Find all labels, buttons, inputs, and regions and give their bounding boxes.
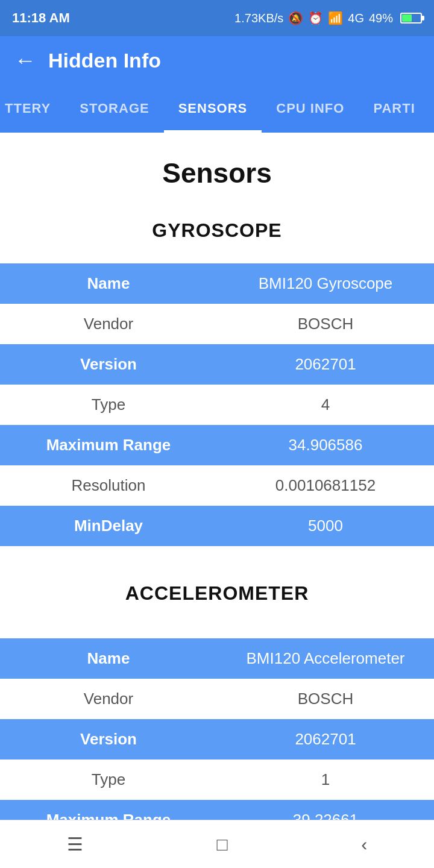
row-value: 2062701	[217, 719, 434, 760]
table-row: Type1	[0, 760, 434, 800]
table-row: Maximum Range34.906586	[0, 425, 434, 465]
main-content: Sensors GYROSCOPE NameBMI120 GyroscopeVe…	[0, 133, 434, 868]
row-value: 4	[217, 385, 434, 425]
row-label: Vendor	[0, 304, 217, 344]
status-icons: 1.73KB/s 🔕 ⏰ 📶 4G 49%	[234, 11, 422, 25]
row-label: Maximum Range	[0, 425, 217, 465]
row-label: Type	[0, 385, 217, 425]
row-label: Name	[0, 263, 217, 304]
table-row: VendorBOSCH	[0, 304, 434, 344]
table-row: Version2062701	[0, 344, 434, 385]
table-row: NameBMI120 Gyroscope	[0, 263, 434, 304]
row-value: 2062701	[217, 344, 434, 385]
nav-home-icon[interactable]: □	[216, 834, 227, 855]
table-row: Resolution0.0010681152	[0, 465, 434, 506]
table-row: NameBMI120 Accelerometer	[0, 638, 434, 679]
battery-percent: 49%	[369, 11, 393, 25]
nav-menu-icon[interactable]: ☰	[67, 834, 83, 855]
spacer-1	[0, 251, 434, 263]
section-title-accelerometer: ACCELEROMETER	[0, 570, 434, 614]
bottom-nav: ☰ □ ‹	[0, 820, 434, 868]
row-label: Type	[0, 760, 217, 800]
row-label: MinDelay	[0, 506, 217, 546]
row-label: Name	[0, 638, 217, 679]
spacer-2	[0, 546, 434, 570]
battery-icon	[400, 13, 422, 24]
row-value: 1	[217, 760, 434, 800]
nav-back-icon[interactable]: ‹	[361, 834, 367, 855]
status-bar: 11:18 AM 1.73KB/s 🔕 ⏰ 📶 4G 49%	[0, 0, 434, 36]
tab-storage[interactable]: STORAGE	[65, 84, 163, 133]
row-value: 0.0010681152	[217, 465, 434, 506]
network-speed: 1.73KB/s	[234, 11, 283, 25]
app-bar-title: Hidden Info	[48, 49, 161, 72]
alarm-icon: ⏰	[308, 11, 323, 25]
battery-fill	[402, 14, 412, 22]
row-value: BOSCH	[217, 304, 434, 344]
tab-cpu-info[interactable]: CPU INFO	[262, 84, 359, 133]
app-bar: ← Hidden Info	[0, 36, 434, 84]
spacer-3	[0, 614, 434, 638]
row-value: 5000	[217, 506, 434, 546]
row-value: BOSCH	[217, 679, 434, 719]
row-label: Version	[0, 344, 217, 385]
signal-icon: 📶	[328, 11, 343, 25]
row-label: Version	[0, 719, 217, 760]
tab-partitions[interactable]: PARTI	[359, 84, 429, 133]
table-row: VendorBOSCH	[0, 679, 434, 719]
tab-sensors[interactable]: SENSORS	[164, 84, 262, 133]
page-title: Sensors	[0, 133, 434, 207]
gyroscope-table: NameBMI120 GyroscopeVendorBOSCHVersion20…	[0, 263, 434, 546]
table-row: Type4	[0, 385, 434, 425]
status-time: 11:18 AM	[12, 10, 70, 26]
row-value: BMI120 Accelerometer	[217, 638, 434, 679]
section-title-gyroscope: GYROSCOPE	[0, 207, 434, 251]
row-value: 34.906586	[217, 425, 434, 465]
row-label: Resolution	[0, 465, 217, 506]
back-button[interactable]: ←	[14, 48, 36, 73]
mute-icon: 🔕	[288, 11, 303, 25]
row-label: Vendor	[0, 679, 217, 719]
network-type: 4G	[348, 11, 364, 25]
table-row: Version2062701	[0, 719, 434, 760]
table-row: MinDelay5000	[0, 506, 434, 546]
row-value: BMI120 Gyroscope	[217, 263, 434, 304]
tab-bar: TTERY STORAGE SENSORS CPU INFO PARTI	[0, 84, 434, 133]
tab-battery[interactable]: TTERY	[0, 84, 65, 133]
